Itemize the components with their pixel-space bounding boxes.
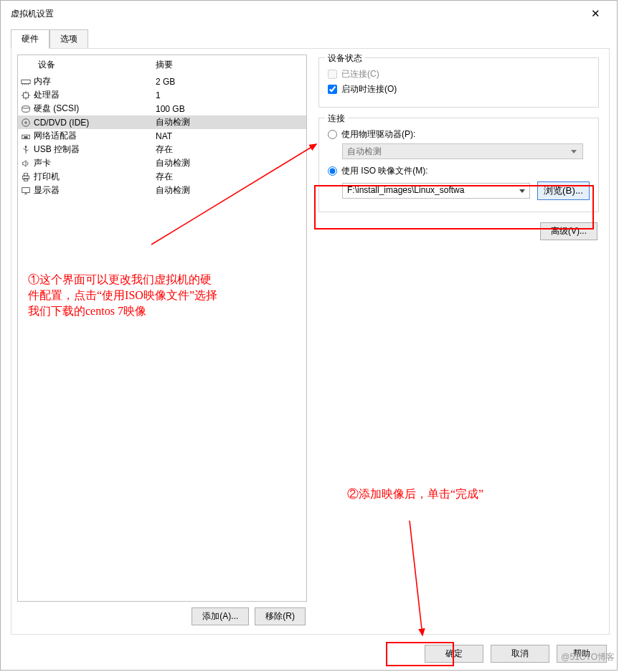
svg-rect-14 — [24, 136, 27, 138]
annotation-2: ②添加映像后，单击“完成” — [347, 486, 491, 502]
device-summary: 存在 — [156, 143, 306, 156]
device-name: USB 控制器 — [34, 143, 156, 156]
device-name: 内存 — [34, 75, 156, 88]
disk-icon — [21, 104, 31, 114]
dialog-buttons: 确定 取消 帮助 — [1, 639, 617, 670]
hardware-list-header: 设备 摘要 — [18, 55, 306, 75]
hardware-row-cd[interactable]: CD/DVD (IDE)自动检测 — [18, 115, 306, 129]
cd-icon — [21, 118, 31, 128]
physical-drive-dropdown: 自动检测 — [342, 143, 583, 159]
svg-rect-20 — [24, 173, 27, 176]
col-summary: 摘要 — [156, 58, 306, 72]
svg-point-12 — [25, 121, 27, 123]
svg-rect-0 — [22, 80, 30, 83]
use-physical-radio[interactable] — [328, 130, 337, 139]
device-name: 网络适配器 — [34, 129, 156, 143]
device-status-fieldset: 设备状态 已连接(C) 启动时连接(O) — [318, 57, 599, 108]
device-name: 声卡 — [34, 156, 156, 170]
net-icon — [21, 131, 31, 141]
connect-at-poweron-label: 启动时连接(O) — [341, 83, 397, 95]
connect-at-poweron-checkbox[interactable] — [328, 85, 337, 94]
svg-line-18 — [26, 150, 29, 151]
tab-strip: 硬件 选项 — [11, 29, 617, 49]
svg-rect-22 — [22, 187, 30, 192]
device-name: 处理器 — [34, 88, 156, 102]
iso-path-field[interactable]: F:\install_images\Linux_softwa — [342, 183, 530, 199]
device-name: 硬盘 (SCSI) — [34, 102, 156, 115]
device-summary: 自动检测 — [156, 115, 306, 129]
connection-fieldset: 连接 使用物理驱动器(P): 自动检测 使用 ISO 映像文件(M): F:\i… — [318, 118, 599, 212]
connected-checkbox — [328, 70, 337, 79]
use-physical-drive-row[interactable]: 使用物理驱动器(P): — [328, 128, 590, 141]
hardware-list[interactable]: 设备 摘要 内存2 GB处理器1硬盘 (SCSI)100 GBCD/DVD (I… — [17, 55, 307, 602]
device-summary: 自动检测 — [156, 156, 306, 170]
device-summary: 2 GB — [156, 75, 306, 88]
svg-point-11 — [22, 118, 30, 126]
hardware-row-disk[interactable]: 硬盘 (SCSI)100 GB — [18, 102, 306, 115]
svg-point-10 — [22, 105, 30, 108]
tab-options[interactable]: 选项 — [49, 29, 88, 49]
cpu-icon — [21, 90, 31, 100]
hardware-panel: 设备 摘要 内存2 GB处理器1硬盘 (SCSI)100 GBCD/DVD (I… — [17, 55, 307, 628]
device-summary: 存在 — [156, 170, 306, 184]
status-legend: 设备状态 — [325, 52, 365, 65]
connected-label: 已连接(C) — [341, 68, 379, 80]
device-summary: 100 GB — [156, 102, 306, 115]
memory-icon — [21, 77, 31, 87]
browse-button[interactable]: 浏览(B)... — [537, 181, 590, 200]
close-icon[interactable]: ✕ — [581, 3, 610, 24]
annotation-1: ①这个界面可以更改我们虚拟机的硬件配置，点击“使用ISO映像文件”选择我们下载的… — [28, 272, 222, 319]
hardware-row-printer[interactable]: 打印机存在 — [18, 170, 306, 184]
device-name: CD/DVD (IDE) — [34, 115, 156, 129]
cancel-button[interactable]: 取消 — [491, 645, 549, 663]
window-title: 虚拟机设置 — [11, 8, 54, 20]
advanced-button[interactable]: 高级(V)... — [540, 222, 597, 240]
svg-rect-5 — [24, 93, 29, 98]
display-icon — [21, 186, 31, 196]
device-summary: 1 — [156, 88, 306, 102]
hardware-row-display[interactable]: 显示器自动检测 — [18, 184, 306, 197]
tab-hardware[interactable]: 硬件 — [11, 29, 49, 49]
titlebar: 虚拟机设置 ✕ — [1, 1, 617, 27]
connected-checkbox-row: 已连接(C) — [328, 68, 590, 80]
device-summary: 自动检测 — [156, 184, 306, 197]
connection-legend: 连接 — [325, 113, 348, 125]
hardware-row-sound[interactable]: 声卡自动检测 — [18, 156, 306, 170]
ok-button[interactable]: 确定 — [425, 645, 483, 663]
use-iso-row[interactable]: 使用 ISO 映像文件(M): — [328, 165, 590, 177]
sound-icon — [21, 158, 31, 169]
col-device: 设备 — [34, 58, 156, 72]
connect-at-poweron-row[interactable]: 启动时连接(O) — [328, 83, 590, 95]
hardware-row-usb[interactable]: USB 控制器存在 — [18, 143, 306, 156]
hardware-row-net[interactable]: 网络适配器NAT — [18, 129, 306, 143]
hardware-row-cpu[interactable]: 处理器1 — [18, 88, 306, 102]
use-physical-label: 使用物理驱动器(P): — [341, 128, 415, 141]
use-iso-radio[interactable] — [328, 166, 337, 176]
add-button[interactable]: 添加(A)... — [192, 607, 249, 625]
device-summary: NAT — [156, 129, 306, 143]
remove-button[interactable]: 移除(R) — [255, 607, 306, 625]
svg-line-17 — [24, 148, 27, 150]
use-iso-label: 使用 ISO 映像文件(M): — [341, 165, 428, 177]
device-name: 打印机 — [34, 170, 156, 184]
usb-icon — [21, 145, 31, 155]
device-name: 显示器 — [34, 184, 156, 197]
watermark: @51CTO博客 — [561, 651, 615, 663]
hardware-row-memory[interactable]: 内存2 GB — [18, 75, 306, 88]
printer-icon — [21, 172, 31, 182]
device-settings-panel: 设备状态 已连接(C) 启动时连接(O) 连接 使用物理驱动器(P): 自动检测 — [314, 55, 603, 628]
